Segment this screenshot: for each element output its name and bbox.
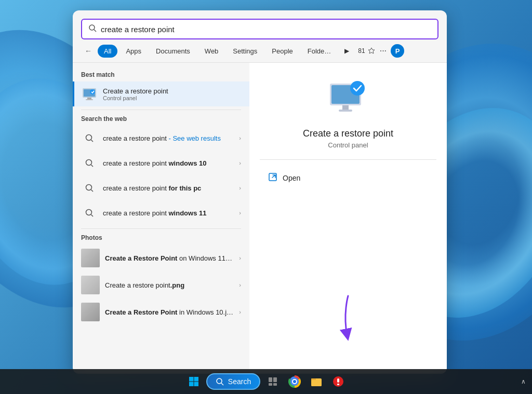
photo-result-2[interactable]: Create a restore point.png › — [73, 271, 249, 298]
taskbar-search-button[interactable]: Search — [206, 373, 260, 390]
web-result-3-text: create a restore point for this pc — [103, 184, 234, 192]
web-result-1-arrow: › — [239, 135, 241, 141]
svg-line-12 — [91, 165, 94, 167]
web-result-3[interactable]: create a restore point for this pc › — [73, 175, 249, 200]
divider-2 — [81, 228, 241, 229]
web-result-1-title: create a restore point - See web results — [103, 134, 234, 142]
svg-point-0 — [89, 25, 95, 30]
web-search-icon-1 — [81, 130, 98, 146]
taskbar: Search — [0, 369, 532, 394]
photo-result-2-title: Create a restore point.png — [105, 281, 234, 289]
svg-rect-31 — [269, 377, 272, 382]
best-match-title: Best match — [73, 69, 249, 81]
web-result-4-text: create a restore point windows 11 — [103, 209, 234, 217]
svg-point-39 — [293, 380, 296, 383]
svg-point-21 — [350, 81, 365, 96]
best-match-text: Create a restore point Control panel — [103, 87, 241, 101]
web-result-3-title: create a restore point for this pc — [103, 184, 234, 192]
svg-rect-19 — [342, 105, 349, 110]
search-input[interactable]: create a restore point — [101, 25, 431, 34]
right-panel-title: Create a restore point — [303, 128, 393, 139]
best-match-item[interactable]: Create a restore point Control panel — [73, 81, 249, 106]
taskbar-chevron[interactable]: ∧ — [521, 378, 526, 385]
task-view-button[interactable] — [263, 372, 282, 391]
arrow-annotation — [332, 293, 364, 345]
photo-result-3-title: Create a Restore Point in Windows 10.jpg — [105, 308, 234, 316]
open-action[interactable]: Open — [260, 168, 436, 188]
chrome-icon[interactable] — [285, 372, 304, 391]
web-result-1-text: create a restore point - See web results — [103, 134, 234, 142]
search-panel: create a restore point ← All Apps Docume… — [73, 10, 447, 374]
right-divider — [260, 159, 436, 160]
svg-rect-6 — [87, 98, 91, 99]
web-search-icon-4 — [81, 205, 98, 221]
taskbar-search-icon — [216, 377, 224, 386]
svg-rect-7 — [86, 99, 93, 100]
start-button[interactable] — [184, 372, 203, 391]
tab-documents[interactable]: Documents — [150, 45, 196, 58]
tab-folders[interactable]: Folde… — [301, 45, 338, 58]
web-result-2[interactable]: create a restore point windows 10 › — [73, 151, 249, 175]
web-search-icon-2 — [81, 155, 98, 171]
result-icon-restore — [81, 86, 98, 102]
open-action-text: Open — [283, 174, 300, 182]
svg-rect-34 — [273, 383, 277, 386]
photo-thumb-2 — [81, 276, 100, 294]
photo-result-1[interactable]: Create a Restore Point on Windows 11.jpg… — [73, 244, 249, 271]
red-app-icon[interactable] — [329, 372, 348, 391]
svg-line-14 — [91, 190, 94, 192]
left-panel: Best match Create a restore point — [73, 63, 249, 374]
tab-all[interactable]: All — [98, 45, 117, 58]
web-result-2-arrow: › — [239, 160, 241, 166]
divider-1 — [81, 110, 241, 110]
svg-rect-20 — [339, 110, 352, 112]
best-match-item-title: Create a restore point — [103, 87, 241, 95]
svg-point-11 — [86, 160, 92, 166]
web-search-icon-3 — [81, 180, 98, 196]
tab-apps[interactable]: Apps — [119, 45, 148, 58]
taskbar-right: ∧ — [521, 378, 526, 385]
file-explorer-icon[interactable] — [307, 372, 326, 391]
tab-count: 81 — [358, 47, 375, 55]
photo-result-1-arrow: › — [239, 255, 241, 261]
right-panel: Create a restore point Control panel Ope… — [249, 63, 447, 374]
search-icon — [88, 24, 97, 34]
web-result-3-arrow: › — [239, 185, 241, 191]
svg-rect-25 — [189, 377, 194, 382]
tab-back-button[interactable]: ← — [81, 44, 96, 58]
search-web-title: Search the web — [73, 113, 249, 126]
photo-result-3-text: Create a Restore Point in Windows 10.jpg — [105, 308, 234, 316]
photo-result-2-arrow: › — [239, 282, 241, 288]
svg-marker-2 — [368, 48, 375, 53]
photo-result-3[interactable]: Create a Restore Point in Windows 10.jpg… — [73, 298, 249, 325]
taskbar-center: Search — [184, 372, 348, 391]
tabs-row: ← All Apps Documents Web Settings People… — [73, 39, 447, 63]
taskbar-search-label: Search — [228, 377, 251, 386]
photo-result-1-title: Create a Restore Point on Windows 11.jpg — [105, 254, 234, 262]
svg-point-8 — [90, 89, 95, 94]
tab-more-button[interactable]: ··· — [380, 46, 387, 56]
svg-line-10 — [91, 140, 94, 142]
back-icon: ← — [85, 47, 92, 55]
photo-thumb-3 — [81, 303, 100, 321]
panel-body: Best match Create a restore point — [73, 63, 447, 374]
svg-rect-33 — [269, 383, 272, 386]
web-result-2-title: create a restore point windows 10 — [103, 159, 234, 167]
web-result-4[interactable]: create a restore point windows 11 › — [73, 200, 249, 225]
tab-avatar[interactable]: P — [391, 44, 404, 58]
tab-web[interactable]: Web — [198, 45, 225, 58]
ai-icon — [367, 47, 376, 55]
web-result-4-arrow: › — [239, 210, 241, 216]
open-icon — [268, 172, 277, 184]
tab-play-button[interactable]: ▶ — [339, 44, 354, 58]
svg-rect-44 — [337, 378, 339, 383]
photo-thumb-1 — [81, 249, 100, 267]
svg-rect-26 — [194, 377, 198, 382]
web-result-1[interactable]: create a restore point - See web results… — [73, 126, 249, 151]
search-bar[interactable]: create a restore point — [81, 19, 438, 39]
tab-people[interactable]: People — [265, 45, 299, 58]
svg-point-29 — [217, 378, 222, 384]
svg-rect-32 — [273, 377, 277, 382]
tab-settings[interactable]: Settings — [227, 45, 263, 58]
photo-result-2-text: Create a restore point.png — [105, 281, 234, 289]
